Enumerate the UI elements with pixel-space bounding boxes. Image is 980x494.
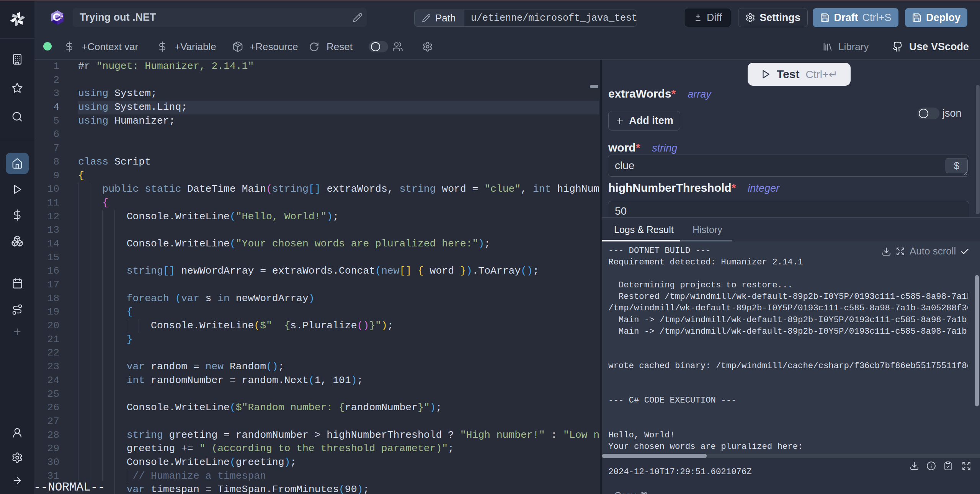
svg-text:#: # [60,14,63,20]
svg-text:C: C [53,11,60,23]
